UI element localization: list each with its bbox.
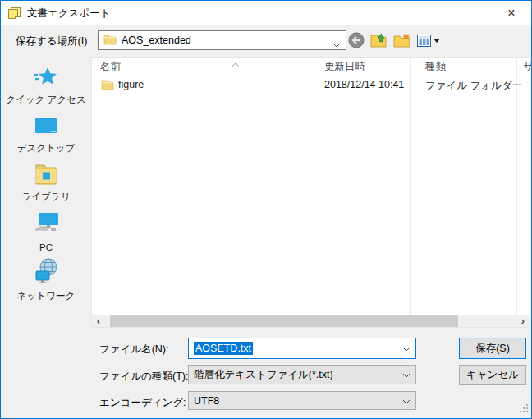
close-button[interactable]: ×: [499, 1, 524, 25]
file-type-value: 階層化テキストファイル(*.txt): [194, 368, 333, 382]
sidebar-item-network[interactable]: ネットワーク: [1, 258, 91, 302]
save-button[interactable]: 保存(S): [459, 338, 526, 359]
chevron-down-icon[interactable]: [402, 369, 410, 380]
dropdown-caret-icon: [433, 39, 440, 43]
new-folder-button[interactable]: [392, 31, 410, 49]
sidebar-item-desktop[interactable]: デスクトップ: [1, 117, 91, 154]
network-icon: [33, 258, 59, 287]
chevron-down-icon[interactable]: [402, 343, 410, 354]
column-header-type[interactable]: 種類: [425, 60, 446, 74]
horizontal-scrollbar[interactable]: ‹ ›: [92, 315, 530, 327]
file-type-select[interactable]: 階層化テキストファイル(*.txt): [188, 365, 416, 384]
resize-grip[interactable]: [518, 403, 529, 416]
quick-access-icon: [34, 67, 58, 90]
file-type-cell: ファイル フォルダー: [425, 79, 522, 93]
sidebar-item-label: PC: [39, 242, 53, 252]
file-modified-cell: 2018/12/14 10:41: [324, 79, 404, 90]
up-one-level-button[interactable]: [369, 31, 388, 49]
column-separator[interactable]: [410, 58, 411, 315]
desktop-icon: [34, 117, 58, 139]
title-bar: 文書エクスポート ×: [1, 1, 531, 25]
file-row-figure[interactable]: figure 2018/12/14 10:41 ファイル フォルダー: [92, 77, 530, 94]
sort-ascending-icon: [232, 58, 240, 69]
back-button[interactable]: [347, 31, 365, 49]
save-location-value: AOS_extended: [122, 35, 191, 46]
scrollbar-thumb[interactable]: [110, 315, 458, 327]
column-separator[interactable]: [310, 58, 310, 315]
scroll-left-arrow-icon[interactable]: ‹: [92, 315, 105, 327]
cancel-button-label: キャンセル: [466, 368, 519, 382]
file-list-panel: 名前 更新日時 種類 サ figure 2018/12/14 10:41 ファイ…: [91, 57, 530, 328]
cancel-button[interactable]: キャンセル: [459, 365, 526, 385]
view-menu-button[interactable]: [415, 31, 443, 49]
chevron-down-icon[interactable]: [402, 395, 410, 407]
save-location-label: 保存する場所(I):: [16, 35, 90, 48]
file-name-input[interactable]: AOSETD.txt: [188, 338, 416, 359]
file-name-label: ファイル名(N):: [99, 343, 169, 357]
file-name-value-selected: AOSETD.txt: [194, 342, 253, 355]
sidebar-item-label: ネットワーク: [17, 290, 75, 302]
sidebar-item-label: デスクトップ: [17, 142, 76, 154]
scroll-right-arrow-icon[interactable]: ›: [516, 315, 530, 327]
file-type-label: ファイルの種類(T):: [99, 370, 188, 384]
encoding-value: UTF8: [194, 395, 219, 407]
column-header-modified[interactable]: 更新日時: [324, 60, 365, 74]
sidebar-item-label: クイック アクセス: [6, 94, 85, 106]
column-header-name[interactable]: 名前: [100, 60, 121, 74]
pc-icon: [32, 212, 60, 239]
column-header-size[interactable]: サ: [523, 60, 532, 74]
encoding-label: エンコーディング:: [99, 396, 186, 410]
folder-icon: [103, 34, 117, 48]
sidebar-item-label: ライブラリ: [22, 191, 71, 203]
chevron-down-icon: [332, 39, 341, 50]
save-button-label: 保存(S): [475, 342, 510, 356]
export-dialog-window: 文書エクスポート × 保存する場所(I): AOS_extended: [0, 0, 532, 419]
sidebar-item-quick-access[interactable]: クイック アクセス: [1, 67, 91, 106]
document-note-icon: [7, 7, 21, 21]
libraries-icon: [34, 163, 58, 187]
encoding-select[interactable]: UTF8: [188, 391, 416, 410]
sidebar-item-libraries[interactable]: ライブラリ: [1, 163, 91, 203]
save-location-combobox[interactable]: AOS_extended: [98, 30, 346, 50]
folder-icon: [101, 79, 114, 93]
column-separator[interactable]: [516, 58, 517, 315]
sidebar-item-pc[interactable]: PC: [1, 212, 91, 252]
window-title: 文書エクスポート: [27, 7, 110, 21]
file-name-cell: figure: [118, 79, 144, 90]
